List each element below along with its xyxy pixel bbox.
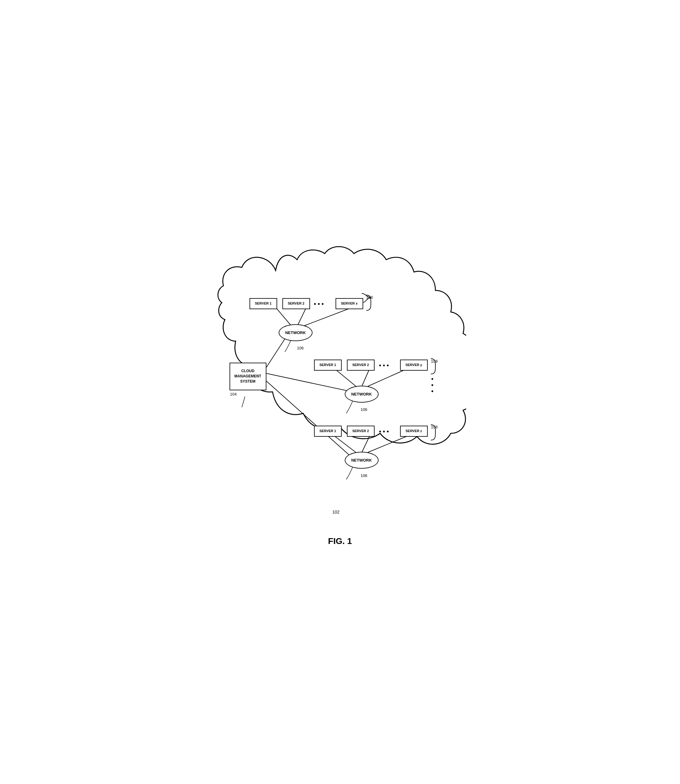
figure-caption: FIG. 1 (328, 536, 352, 546)
server2-mid: SERVER 2 (347, 360, 375, 371)
svg-line-2 (266, 381, 353, 458)
dots-bot: • • • (379, 428, 389, 435)
network3-label: NETWORK (351, 458, 372, 463)
server2-bot: SERVER 2 (347, 426, 375, 437)
svg-line-0 (266, 337, 286, 367)
network1-ellipse: NETWORK (279, 324, 313, 341)
network2-ref: 106 (361, 407, 367, 412)
network2-label: NETWORK (351, 392, 372, 397)
network2-ellipse: NETWORK (345, 386, 379, 403)
dots-mid: • • • (379, 362, 389, 369)
diagram-content: • • • CLOUDMANAGEMENTSYSTEM 104 NETWORK … (214, 246, 466, 523)
svg-line-3 (275, 307, 293, 327)
svg-text:•: • (431, 388, 433, 395)
network3-ref: 106 (361, 473, 367, 478)
server1-bot: SERVER 1 (314, 426, 342, 437)
network1-ref: 106 (297, 346, 304, 350)
svg-line-1 (266, 373, 353, 392)
svg-line-5 (302, 307, 353, 327)
cloud-ref: 102 (332, 510, 340, 515)
server2-top: SERVER 2 (282, 298, 310, 309)
serverx-top: SERVER x (335, 298, 363, 309)
figure-title: FIG. 1 (328, 536, 352, 546)
cms-box: CLOUDMANAGEMENTSYSTEM (230, 363, 266, 390)
servery-mid: SERVER y (400, 360, 428, 371)
server1-top: SERVER 1 (250, 298, 277, 309)
network1-label: NETWORK (285, 331, 306, 335)
svg-text:•: • (431, 382, 433, 389)
svg-text:•: • (431, 376, 433, 382)
svg-line-4 (297, 307, 306, 326)
diagram-container: • • • CLOUDMANAGEMENTSYSTEM 104 NETWORK … (208, 238, 472, 530)
server1-mid: SERVER 1 (314, 360, 342, 371)
dots-top: • • • (314, 301, 324, 308)
network3-ellipse: NETWORK (345, 452, 379, 469)
cms-label: CLOUDMANAGEMENTSYSTEM (235, 368, 261, 384)
serverz-bot: SERVER z (400, 426, 428, 437)
cms-ref: 104 (230, 392, 237, 397)
